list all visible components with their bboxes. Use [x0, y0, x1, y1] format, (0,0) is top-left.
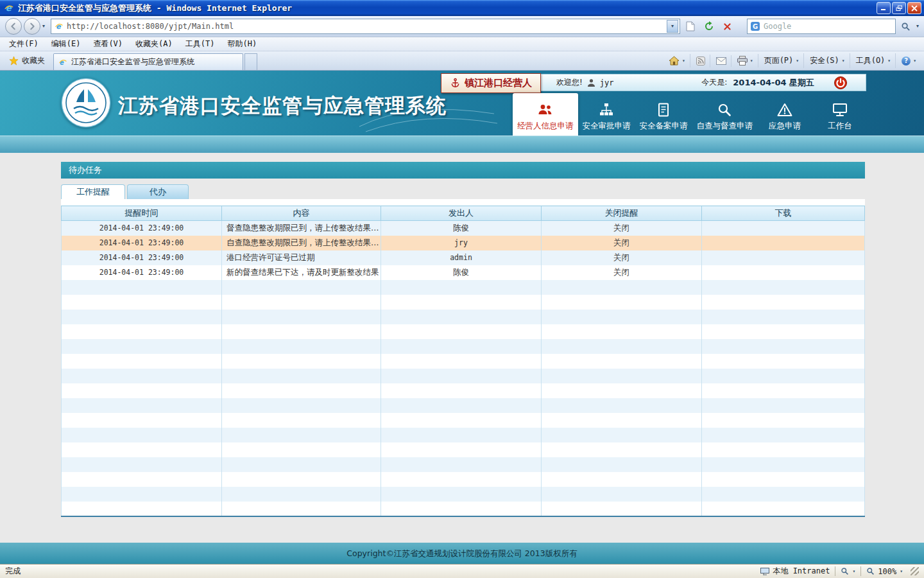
col-sender: 发出人 — [381, 206, 542, 221]
new-tab-stub[interactable] — [244, 53, 257, 70]
back-button[interactable] — [5, 18, 22, 35]
close-link[interactable]: 关闭 — [542, 221, 702, 236]
favorites-button[interactable]: 收藏夹 — [3, 53, 51, 68]
home-button[interactable]: ▾ — [664, 54, 690, 67]
page-ie-icon: e — [55, 22, 64, 31]
menu-help[interactable]: 帮助(H) — [221, 37, 263, 51]
menu-favorites[interactable]: 收藏夹(A) — [129, 37, 179, 51]
resize-grip[interactable] — [911, 567, 919, 575]
search-box[interactable]: G Google — [747, 19, 896, 34]
org-chart-icon — [598, 101, 615, 118]
close-link[interactable]: 关闭 — [542, 236, 702, 250]
star-icon — [9, 56, 19, 66]
magnifier-icon — [716, 101, 733, 118]
menu-edit[interactable]: 编辑(E) — [45, 37, 87, 51]
refresh-button[interactable] — [701, 18, 717, 35]
table-empty-row — [62, 413, 865, 428]
zoom-menu-button[interactable]: ▾ — [841, 567, 855, 575]
header-sub-band — [0, 136, 924, 153]
status-bar: 完成 本地 Intranet ▾ 100% ▾ — [0, 564, 924, 578]
close-button[interactable] — [907, 2, 921, 14]
logout-button[interactable] — [834, 76, 848, 90]
table-empty-row — [62, 295, 865, 310]
role-badge-label: 镇江港口经营人 — [465, 77, 532, 89]
feeds-button[interactable] — [692, 55, 710, 67]
intranet-icon — [760, 568, 769, 575]
nav-inspection[interactable]: 自查与督查申请 — [692, 96, 758, 136]
cell-sender: 陈俊 — [381, 265, 542, 280]
document-icon — [655, 101, 672, 118]
site-logo — [61, 78, 111, 128]
svg-text:e: e — [6, 3, 12, 13]
table-empty-row — [62, 428, 865, 442]
table-empty-row — [62, 502, 865, 516]
nav-workbench[interactable]: 工作台 — [812, 96, 868, 136]
cell-download — [702, 221, 865, 236]
page-menu-button[interactable]: 页面(P)▾ — [760, 53, 805, 68]
nav-safety-record[interactable]: 安全备案申请 — [635, 96, 692, 136]
restore-button[interactable] — [892, 2, 906, 14]
section-title: 待办任务 — [61, 162, 865, 179]
date-value: 2014-04-04 星期五 — [733, 77, 814, 89]
tab-ie-icon: e — [58, 58, 67, 67]
table-row[interactable]: 2014-04-01 23:49:00 港口经营许可证号已过期 admin 关闭 — [62, 250, 865, 265]
zoom-level-button[interactable]: 100% ▾ — [866, 567, 903, 576]
nav-operator-info[interactable]: 经营人信息申请 — [513, 93, 578, 136]
print-button[interactable]: ▾ — [733, 54, 758, 67]
tab-todo[interactable]: 代办 — [127, 184, 189, 199]
close-link[interactable]: 关闭 — [542, 250, 702, 265]
user-icon — [587, 78, 595, 87]
cell-time: 2014-04-01 23:49:00 — [62, 250, 222, 265]
tab-work-reminder[interactable]: 工作提醒 — [61, 184, 125, 199]
browser-tab[interactable]: e 江苏省港口安全监管与应急管理系统 — [53, 53, 243, 70]
home-icon — [669, 56, 680, 66]
history-dropdown[interactable]: ▾ — [42, 24, 45, 29]
table-row[interactable]: 2014-04-01 23:49:00 自查隐患整改期限已到，请上传整改结果… … — [62, 236, 865, 250]
table-header-row: 提醒时间 内容 发出人 关闭提醒 下载 — [62, 206, 865, 221]
col-content: 内容 — [222, 206, 381, 221]
todo-table: 提醒时间 内容 发出人 关闭提醒 下载 2014-04-01 23:49:00 … — [61, 199, 865, 517]
stop-button[interactable] — [719, 18, 736, 35]
ie-logo-icon: e — [4, 3, 14, 13]
menu-bar: 文件(F) 编辑(E) 查看(V) 收藏夹(A) 工具(T) 帮助(H) — [0, 37, 924, 51]
address-bar[interactable]: e http://localhost:8080/yjpt/Main.html ▾ — [51, 19, 680, 34]
minimize-button[interactable] — [877, 2, 891, 14]
tools-menu-button[interactable]: 工具(O)▾ — [851, 53, 896, 68]
window-title: 江苏省港口安全监管与应急管理系统 - Windows Internet Expl… — [18, 3, 875, 14]
close-link[interactable]: 关闭 — [542, 265, 702, 280]
search-options-dropdown[interactable]: ▾ — [916, 24, 919, 29]
search-placeholder: Google — [764, 22, 892, 31]
col-download: 下载 — [702, 206, 865, 221]
url-text: http://localhost:8080/yjpt/Main.html — [67, 22, 663, 31]
compatibility-view-button[interactable] — [682, 18, 699, 35]
col-time: 提醒时间 — [62, 206, 222, 221]
nav-emergency[interactable]: 应急申请 — [757, 96, 812, 136]
search-button[interactable] — [898, 18, 914, 35]
tab-title: 江苏省港口安全监管与应急管理系统 — [71, 57, 194, 67]
warning-triangle-icon — [776, 101, 793, 118]
menu-file[interactable]: 文件(F) — [3, 37, 45, 51]
favorites-bar: 收藏夹 e 江苏省港口安全监管与应急管理系统 ▾ ▾ — [0, 51, 924, 71]
svg-text:e: e — [60, 58, 64, 66]
panel-tabs: 工作提醒 代办 — [61, 184, 865, 199]
safety-menu-button[interactable]: 安全(S)▾ — [805, 53, 850, 68]
read-mail-button[interactable] — [712, 55, 732, 67]
table-empty-row — [62, 487, 865, 502]
printer-icon — [737, 56, 748, 66]
cell-time: 2014-04-01 23:49:00 — [62, 236, 222, 250]
menu-tools[interactable]: 工具(T) — [179, 37, 221, 51]
address-dropdown[interactable]: ▾ — [667, 20, 678, 33]
menu-view[interactable]: 查看(V) — [87, 37, 129, 51]
help-button[interactable]: ?▾ — [897, 55, 921, 67]
table-empty-row — [62, 369, 865, 383]
table-empty-row — [62, 442, 865, 457]
table-empty-row — [62, 339, 865, 354]
anchor-icon — [450, 78, 461, 89]
table-row[interactable]: 2014-04-01 23:49:00 督查隐患整改期限已到，请上传整改结果… … — [62, 221, 865, 236]
table-empty-row — [62, 457, 865, 472]
monitor-icon — [832, 101, 848, 118]
forward-button[interactable] — [24, 18, 40, 35]
table-row[interactable]: 2014-04-01 23:49:00 新的督查结果已下达，请及时更新整改结果 … — [62, 265, 865, 280]
nav-safety-approval[interactable]: 安全审批申请 — [578, 96, 635, 136]
user-info-bar: 镇江港口经营人 欢迎您! jyr 今天是: 2014-04-04 星期五 — [441, 74, 866, 91]
